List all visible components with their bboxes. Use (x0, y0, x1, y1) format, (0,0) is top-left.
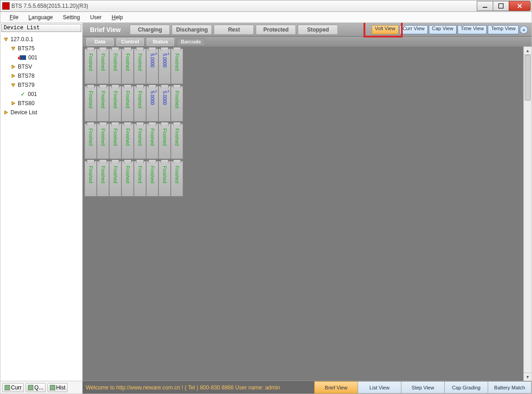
channel-cell[interactable]: Finished (97, 86, 109, 122)
scroll-up-icon[interactable]: ▲ (524, 47, 532, 55)
subtab-barcode[interactable]: Barcode (177, 38, 205, 46)
filter-discharging[interactable]: Discharging (172, 25, 212, 35)
channel-cell[interactable]: Finished (134, 86, 146, 122)
scroll-down-icon[interactable]: ▼ (524, 373, 532, 381)
filter-rest[interactable]: Rest (214, 25, 254, 35)
chart-icon (28, 385, 33, 390)
channel-cell[interactable]: Finished (84, 86, 97, 122)
channel-cell[interactable]: Finished (109, 86, 121, 122)
tree-node-bts78[interactable]: BTS78 (1, 71, 81, 80)
expand-icon[interactable] (11, 73, 16, 79)
expand-icon[interactable] (11, 101, 16, 106)
view-buttons: Volt View Curr View Cap View Time View T… (372, 25, 528, 34)
channel-cell[interactable]: Finished (121, 86, 134, 122)
channel-cell[interactable]: Finished (109, 123, 121, 159)
channel-cell[interactable]: 5.00002 (146, 86, 158, 122)
cell-status: Finished (150, 166, 155, 196)
cell-index: 2 (155, 89, 157, 93)
channel-cell[interactable]: 5.00002 (158, 86, 171, 122)
cell-tab (136, 47, 144, 51)
channel-cell[interactable]: Finished (109, 161, 121, 197)
channel-cell[interactable]: Finished (146, 161, 158, 197)
device-tree-panel: Device List 127.0.0.1 BTS75 001 BTSV BTS… (0, 23, 83, 394)
cell-status: Finished (137, 91, 142, 121)
view-volt-button[interactable]: Volt View (372, 25, 399, 34)
channel-cell[interactable]: Finished (84, 48, 97, 84)
channel-row: FinishedFinishedFinishedFinishedFinished… (84, 123, 530, 159)
channel-cell[interactable]: Finished (171, 48, 183, 84)
channel-cell[interactable]: Finished (158, 161, 171, 197)
channel-cell[interactable]: Finished (171, 161, 183, 197)
channel-cell[interactable]: Finished (134, 123, 146, 159)
tree-node-bts79-001[interactable]: ✓ 001 (1, 90, 81, 99)
menu-language[interactable]: Language (24, 13, 57, 21)
tree-node-btsv[interactable]: BTSV (1, 62, 81, 71)
more-views-button[interactable]: » (520, 26, 528, 34)
status-brief-view[interactable]: Brief View (314, 381, 358, 394)
close-button[interactable] (509, 1, 531, 11)
channel-cell[interactable]: Finished (121, 123, 134, 159)
status-battery-match[interactable]: Battery Match (488, 381, 532, 394)
cell-status: Finished (88, 166, 93, 196)
tree-node-root[interactable]: 127.0.0.1 (1, 35, 81, 44)
cell-status: Finished (150, 128, 155, 159)
cell-tab (99, 47, 107, 51)
left-btn-hist[interactable]: Hist (47, 383, 68, 392)
scroll-thumb[interactable] (525, 55, 531, 101)
subtab-control[interactable]: Control (116, 38, 144, 46)
menu-user[interactable]: User (85, 13, 106, 21)
minimize-button[interactable] (477, 1, 493, 11)
view-temp-button[interactable]: Temp View (488, 25, 519, 34)
channel-cell[interactable]: Finished (121, 48, 134, 84)
tree-node-bts75[interactable]: BTS75 (1, 44, 81, 53)
expand-icon[interactable] (3, 37, 9, 42)
filter-protected[interactable]: Protected (256, 25, 296, 35)
channel-cell[interactable]: Finished (97, 161, 109, 197)
cell-tab (136, 85, 144, 88)
channel-cell[interactable]: Finished (84, 123, 97, 159)
filter-stopped[interactable]: Stopped (298, 25, 338, 35)
status-cap-grading[interactable]: Cap Grading (444, 381, 488, 394)
status-step-view[interactable]: Step View (401, 381, 445, 394)
status-list-view[interactable]: List View (358, 381, 401, 394)
view-time-button[interactable]: Time View (458, 25, 487, 34)
channel-cell[interactable]: Finished (171, 86, 183, 122)
menu-help[interactable]: Help (107, 13, 127, 21)
channel-cell[interactable]: Finished (121, 161, 134, 197)
channel-cell[interactable]: Finished (84, 161, 97, 197)
cell-status: Finished (137, 128, 142, 159)
channel-cell[interactable]: 5.00002 (158, 48, 171, 84)
channel-cell[interactable]: Finished (134, 161, 146, 197)
expand-icon[interactable] (11, 64, 16, 69)
view-cap-button[interactable]: Cap View (429, 25, 457, 34)
status-bar: Welcome to http://www.neware.com.cn ! ( … (83, 381, 532, 394)
tree-label: BTSV (18, 64, 32, 70)
subtab-status[interactable]: Status (147, 38, 174, 46)
menu-file[interactable]: File (5, 13, 23, 21)
left-btn-q[interactable]: Q... (26, 383, 45, 392)
filter-charging[interactable]: Charging (130, 25, 170, 35)
channel-cell[interactable]: Finished (97, 48, 109, 84)
channel-cell[interactable]: Finished (171, 123, 183, 159)
cell-tab (148, 47, 156, 51)
channel-cell[interactable]: Finished (146, 123, 158, 159)
view-curr-button[interactable]: Curr View (400, 25, 428, 34)
vertical-scrollbar[interactable]: ▲ ▼ (523, 47, 532, 381)
expand-icon[interactable] (3, 110, 9, 115)
expand-icon[interactable] (11, 46, 16, 51)
tree-node-device-list[interactable]: Device List (1, 108, 81, 117)
tree-node-bts75-001[interactable]: 001 (1, 53, 81, 62)
tree-node-bts79[interactable]: BTS79 (1, 80, 81, 90)
expand-icon[interactable] (11, 82, 16, 88)
tree-node-bts80[interactable]: BTS80 (1, 99, 81, 108)
channel-cell[interactable]: 5.00002 (146, 48, 158, 84)
subtab-data[interactable]: Data (86, 38, 114, 46)
channel-cell[interactable]: Finished (158, 123, 171, 159)
left-btn-curr[interactable]: Curr (2, 383, 24, 392)
channel-cell[interactable]: Finished (109, 48, 121, 84)
device-tree[interactable]: 127.0.0.1 BTS75 001 BTSV BTS78 BTS79 (0, 33, 82, 381)
menu-setting[interactable]: Setting (58, 13, 84, 21)
channel-cell[interactable]: Finished (134, 48, 146, 84)
channel-cell[interactable]: Finished (97, 123, 109, 159)
maximize-button[interactable] (493, 1, 509, 11)
